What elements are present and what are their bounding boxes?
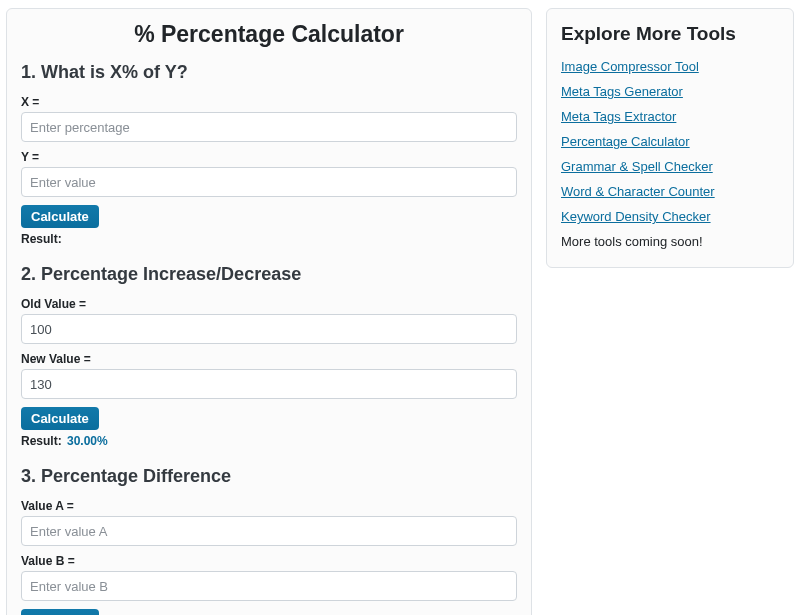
section3-heading: 3. Percentage Difference (21, 466, 517, 487)
value-b-input[interactable] (21, 571, 517, 601)
tool-link-percentage-calculator[interactable]: Percentage Calculator (561, 134, 779, 149)
old-value-label: Old Value = (21, 297, 517, 311)
result-1-label: Result: (21, 232, 62, 246)
value-a-input[interactable] (21, 516, 517, 546)
x-input[interactable] (21, 112, 517, 142)
value-a-label: Value A = (21, 499, 517, 513)
sidebar-panel: Explore More Tools Image Compressor Tool… (546, 8, 794, 268)
calculate-button-1[interactable]: Calculate (21, 205, 99, 228)
tool-link-word-character-counter[interactable]: Word & Character Counter (561, 184, 779, 199)
y-input[interactable] (21, 167, 517, 197)
result-2-value: 30.00% (67, 434, 108, 448)
page-title: % Percentage Calculator (21, 21, 517, 48)
tool-link-meta-tags-generator[interactable]: Meta Tags Generator (561, 84, 779, 99)
new-value-input[interactable] (21, 369, 517, 399)
sidebar-heading: Explore More Tools (561, 23, 779, 45)
calculate-button-2[interactable]: Calculate (21, 407, 99, 430)
section1-heading: 1. What is X% of Y? (21, 62, 517, 83)
old-value-input[interactable] (21, 314, 517, 344)
section2-heading: 2. Percentage Increase/Decrease (21, 264, 517, 285)
result-1: Result: (21, 232, 517, 246)
tool-link-keyword-density-checker[interactable]: Keyword Density Checker (561, 209, 779, 224)
main-panel: % Percentage Calculator 1. What is X% of… (6, 8, 532, 615)
x-label: X = (21, 95, 517, 109)
tool-link-image-compressor[interactable]: Image Compressor Tool (561, 59, 779, 74)
more-tools-note: More tools coming soon! (561, 234, 779, 249)
result-2: Result: 30.00% (21, 434, 517, 448)
value-b-label: Value B = (21, 554, 517, 568)
calculate-button-3[interactable]: Calculate (21, 609, 99, 615)
new-value-label: New Value = (21, 352, 517, 366)
result-2-label: Result: (21, 434, 62, 448)
y-label: Y = (21, 150, 517, 164)
tool-link-grammar-spell-checker[interactable]: Grammar & Spell Checker (561, 159, 779, 174)
tool-link-meta-tags-extractor[interactable]: Meta Tags Extractor (561, 109, 779, 124)
